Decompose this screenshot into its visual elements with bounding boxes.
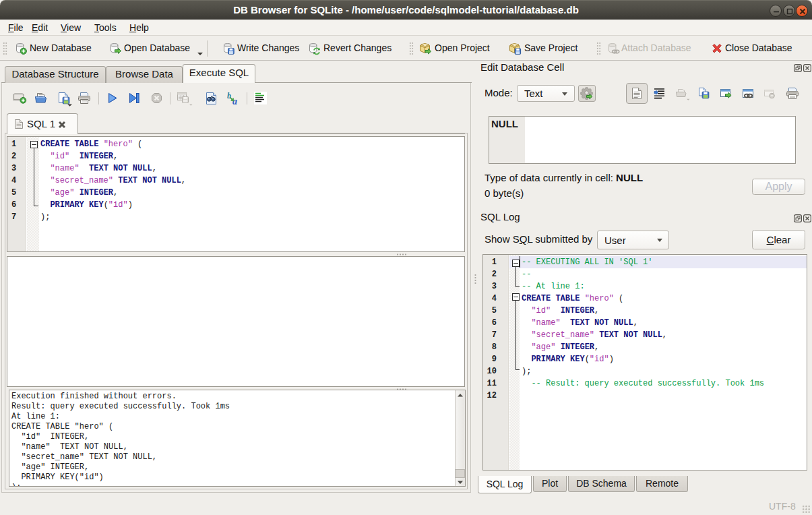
svg-text:a: a [232,96,237,107]
svg-text:b: b [227,91,231,100]
